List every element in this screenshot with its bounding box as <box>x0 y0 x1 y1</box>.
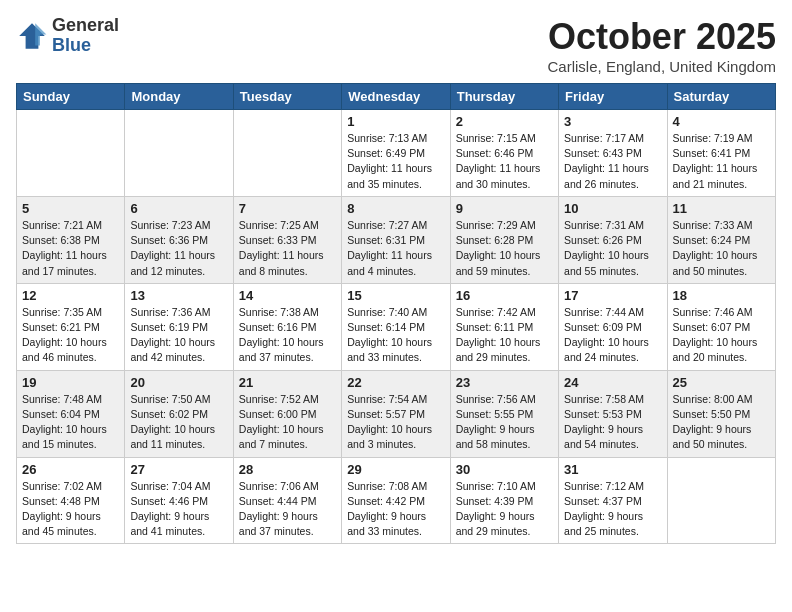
day-number: 4 <box>673 114 770 129</box>
day-info: Sunrise: 7:54 AM Sunset: 5:57 PM Dayligh… <box>347 392 444 453</box>
day-info: Sunrise: 7:58 AM Sunset: 5:53 PM Dayligh… <box>564 392 661 453</box>
weekday-header: Tuesday <box>233 84 341 110</box>
day-number: 15 <box>347 288 444 303</box>
calendar-cell: 31Sunrise: 7:12 AM Sunset: 4:37 PM Dayli… <box>559 457 667 544</box>
day-info: Sunrise: 7:36 AM Sunset: 6:19 PM Dayligh… <box>130 305 227 366</box>
day-number: 10 <box>564 201 661 216</box>
day-number: 20 <box>130 375 227 390</box>
calendar-cell: 14Sunrise: 7:38 AM Sunset: 6:16 PM Dayli… <box>233 283 341 370</box>
calendar-week-row: 5Sunrise: 7:21 AM Sunset: 6:38 PM Daylig… <box>17 196 776 283</box>
day-number: 31 <box>564 462 661 477</box>
day-info: Sunrise: 7:33 AM Sunset: 6:24 PM Dayligh… <box>673 218 770 279</box>
calendar-cell: 30Sunrise: 7:10 AM Sunset: 4:39 PM Dayli… <box>450 457 558 544</box>
day-info: Sunrise: 7:13 AM Sunset: 6:49 PM Dayligh… <box>347 131 444 192</box>
day-number: 26 <box>22 462 119 477</box>
calendar-cell: 10Sunrise: 7:31 AM Sunset: 6:26 PM Dayli… <box>559 196 667 283</box>
day-info: Sunrise: 7:02 AM Sunset: 4:48 PM Dayligh… <box>22 479 119 540</box>
day-info: Sunrise: 7:44 AM Sunset: 6:09 PM Dayligh… <box>564 305 661 366</box>
calendar-cell: 12Sunrise: 7:35 AM Sunset: 6:21 PM Dayli… <box>17 283 125 370</box>
calendar-cell: 22Sunrise: 7:54 AM Sunset: 5:57 PM Dayli… <box>342 370 450 457</box>
calendar-cell: 18Sunrise: 7:46 AM Sunset: 6:07 PM Dayli… <box>667 283 775 370</box>
day-info: Sunrise: 7:25 AM Sunset: 6:33 PM Dayligh… <box>239 218 336 279</box>
calendar-cell: 2Sunrise: 7:15 AM Sunset: 6:46 PM Daylig… <box>450 110 558 197</box>
calendar-cell <box>667 457 775 544</box>
logo-general: General <box>52 16 119 36</box>
logo-blue: Blue <box>52 36 119 56</box>
day-info: Sunrise: 7:10 AM Sunset: 4:39 PM Dayligh… <box>456 479 553 540</box>
calendar-cell: 3Sunrise: 7:17 AM Sunset: 6:43 PM Daylig… <box>559 110 667 197</box>
day-number: 5 <box>22 201 119 216</box>
day-number: 17 <box>564 288 661 303</box>
day-number: 24 <box>564 375 661 390</box>
day-info: Sunrise: 7:40 AM Sunset: 6:14 PM Dayligh… <box>347 305 444 366</box>
day-info: Sunrise: 7:27 AM Sunset: 6:31 PM Dayligh… <box>347 218 444 279</box>
weekday-header: Saturday <box>667 84 775 110</box>
calendar-cell: 6Sunrise: 7:23 AM Sunset: 6:36 PM Daylig… <box>125 196 233 283</box>
calendar-cell: 17Sunrise: 7:44 AM Sunset: 6:09 PM Dayli… <box>559 283 667 370</box>
day-number: 28 <box>239 462 336 477</box>
day-info: Sunrise: 7:42 AM Sunset: 6:11 PM Dayligh… <box>456 305 553 366</box>
calendar-cell: 21Sunrise: 7:52 AM Sunset: 6:00 PM Dayli… <box>233 370 341 457</box>
calendar-cell: 26Sunrise: 7:02 AM Sunset: 4:48 PM Dayli… <box>17 457 125 544</box>
day-info: Sunrise: 7:31 AM Sunset: 6:26 PM Dayligh… <box>564 218 661 279</box>
day-info: Sunrise: 7:38 AM Sunset: 6:16 PM Dayligh… <box>239 305 336 366</box>
day-number: 29 <box>347 462 444 477</box>
day-number: 14 <box>239 288 336 303</box>
calendar-cell: 15Sunrise: 7:40 AM Sunset: 6:14 PM Dayli… <box>342 283 450 370</box>
day-info: Sunrise: 7:12 AM Sunset: 4:37 PM Dayligh… <box>564 479 661 540</box>
weekday-header: Thursday <box>450 84 558 110</box>
day-info: Sunrise: 7:35 AM Sunset: 6:21 PM Dayligh… <box>22 305 119 366</box>
day-number: 18 <box>673 288 770 303</box>
day-info: Sunrise: 7:08 AM Sunset: 4:42 PM Dayligh… <box>347 479 444 540</box>
day-number: 7 <box>239 201 336 216</box>
calendar-cell: 29Sunrise: 7:08 AM Sunset: 4:42 PM Dayli… <box>342 457 450 544</box>
day-number: 27 <box>130 462 227 477</box>
calendar-cell: 19Sunrise: 7:48 AM Sunset: 6:04 PM Dayli… <box>17 370 125 457</box>
calendar-cell: 25Sunrise: 8:00 AM Sunset: 5:50 PM Dayli… <box>667 370 775 457</box>
calendar-cell: 24Sunrise: 7:58 AM Sunset: 5:53 PM Dayli… <box>559 370 667 457</box>
day-number: 22 <box>347 375 444 390</box>
weekday-header: Monday <box>125 84 233 110</box>
day-number: 16 <box>456 288 553 303</box>
weekday-header: Sunday <box>17 84 125 110</box>
logo: General Blue <box>16 16 119 56</box>
calendar-week-row: 19Sunrise: 7:48 AM Sunset: 6:04 PM Dayli… <box>17 370 776 457</box>
day-number: 30 <box>456 462 553 477</box>
day-number: 12 <box>22 288 119 303</box>
calendar-cell <box>17 110 125 197</box>
day-info: Sunrise: 7:15 AM Sunset: 6:46 PM Dayligh… <box>456 131 553 192</box>
day-info: Sunrise: 7:06 AM Sunset: 4:44 PM Dayligh… <box>239 479 336 540</box>
calendar-cell: 16Sunrise: 7:42 AM Sunset: 6:11 PM Dayli… <box>450 283 558 370</box>
location: Carlisle, England, United Kingdom <box>548 58 776 75</box>
calendar-cell: 4Sunrise: 7:19 AM Sunset: 6:41 PM Daylig… <box>667 110 775 197</box>
calendar-cell: 5Sunrise: 7:21 AM Sunset: 6:38 PM Daylig… <box>17 196 125 283</box>
day-info: Sunrise: 7:52 AM Sunset: 6:00 PM Dayligh… <box>239 392 336 453</box>
day-info: Sunrise: 8:00 AM Sunset: 5:50 PM Dayligh… <box>673 392 770 453</box>
day-number: 8 <box>347 201 444 216</box>
svg-marker-0 <box>19 23 45 49</box>
day-info: Sunrise: 7:23 AM Sunset: 6:36 PM Dayligh… <box>130 218 227 279</box>
day-number: 13 <box>130 288 227 303</box>
calendar: SundayMondayTuesdayWednesdayThursdayFrid… <box>16 83 776 544</box>
day-info: Sunrise: 7:21 AM Sunset: 6:38 PM Dayligh… <box>22 218 119 279</box>
weekday-header: Wednesday <box>342 84 450 110</box>
calendar-cell: 13Sunrise: 7:36 AM Sunset: 6:19 PM Dayli… <box>125 283 233 370</box>
day-number: 1 <box>347 114 444 129</box>
calendar-week-row: 26Sunrise: 7:02 AM Sunset: 4:48 PM Dayli… <box>17 457 776 544</box>
day-number: 21 <box>239 375 336 390</box>
calendar-cell: 28Sunrise: 7:06 AM Sunset: 4:44 PM Dayli… <box>233 457 341 544</box>
calendar-cell <box>125 110 233 197</box>
day-number: 19 <box>22 375 119 390</box>
calendar-cell: 7Sunrise: 7:25 AM Sunset: 6:33 PM Daylig… <box>233 196 341 283</box>
calendar-cell: 1Sunrise: 7:13 AM Sunset: 6:49 PM Daylig… <box>342 110 450 197</box>
calendar-cell: 23Sunrise: 7:56 AM Sunset: 5:55 PM Dayli… <box>450 370 558 457</box>
calendar-cell: 11Sunrise: 7:33 AM Sunset: 6:24 PM Dayli… <box>667 196 775 283</box>
day-number: 6 <box>130 201 227 216</box>
logo-text: General Blue <box>52 16 119 56</box>
day-number: 9 <box>456 201 553 216</box>
calendar-cell <box>233 110 341 197</box>
day-info: Sunrise: 7:04 AM Sunset: 4:46 PM Dayligh… <box>130 479 227 540</box>
page-header: General Blue October 2025 Carlisle, Engl… <box>16 16 776 75</box>
day-info: Sunrise: 7:19 AM Sunset: 6:41 PM Dayligh… <box>673 131 770 192</box>
calendar-week-row: 1Sunrise: 7:13 AM Sunset: 6:49 PM Daylig… <box>17 110 776 197</box>
